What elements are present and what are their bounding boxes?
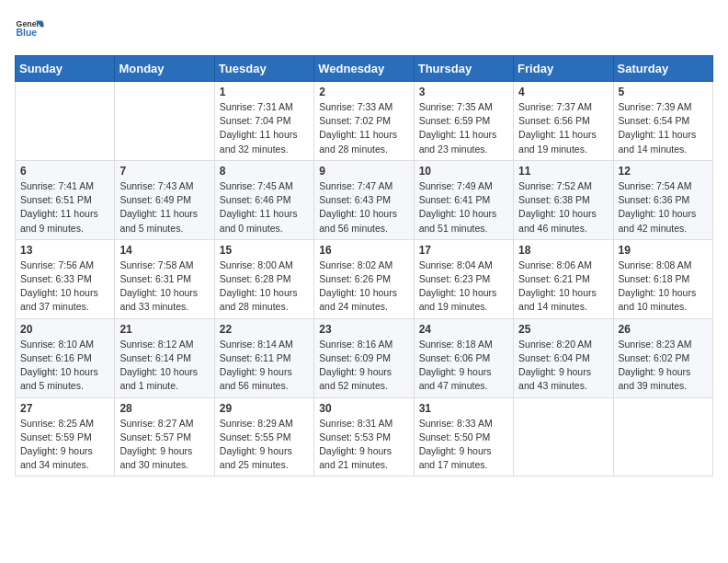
day-number: 12 <box>619 165 708 178</box>
cell-info: Sunrise: 8:04 AM Sunset: 6:23 PM Dayligh… <box>419 259 508 315</box>
day-number: 13 <box>20 244 109 257</box>
day-number: 16 <box>319 244 408 257</box>
calendar-cell: 28Sunrise: 8:27 AM Sunset: 5:57 PM Dayli… <box>115 397 214 477</box>
svg-text:Blue: Blue <box>17 28 38 38</box>
day-number: 28 <box>119 402 209 415</box>
calendar-cell: 4Sunrise: 7:37 AM Sunset: 6:56 PM Daylig… <box>514 82 613 161</box>
calendar-cell: 1Sunrise: 7:31 AM Sunset: 7:04 PM Daylig… <box>214 82 313 161</box>
cell-info: Sunrise: 7:52 AM Sunset: 6:38 PM Dayligh… <box>518 179 608 236</box>
day-number: 22 <box>220 323 309 336</box>
cell-info: Sunrise: 7:43 AM Sunset: 6:49 PM Dayligh… <box>119 179 209 236</box>
calendar-cell: 22Sunrise: 8:14 AM Sunset: 6:11 PM Dayli… <box>214 318 313 397</box>
calendar-cell <box>115 82 214 161</box>
day-number: 20 <box>20 323 109 336</box>
calendar-cell: 11Sunrise: 7:52 AM Sunset: 6:38 PM Dayli… <box>514 160 613 239</box>
calendar-cell: 20Sunrise: 8:10 AM Sunset: 6:16 PM Dayli… <box>16 318 115 397</box>
day-number: 17 <box>419 244 508 257</box>
calendar-cell: 21Sunrise: 8:12 AM Sunset: 6:14 PM Dayli… <box>115 318 214 397</box>
day-number: 5 <box>619 86 708 98</box>
calendar-cell: 16Sunrise: 8:02 AM Sunset: 6:26 PM Dayli… <box>314 239 414 318</box>
cell-info: Sunrise: 8:27 AM Sunset: 5:57 PM Dayligh… <box>119 417 209 473</box>
cell-info: Sunrise: 7:41 AM Sunset: 6:51 PM Dayligh… <box>20 179 109 236</box>
calendar-cell: 5Sunrise: 7:39 AM Sunset: 6:54 PM Daylig… <box>613 82 712 161</box>
cell-info: Sunrise: 7:33 AM Sunset: 7:02 PM Dayligh… <box>319 100 408 156</box>
calendar-cell: 3Sunrise: 7:35 AM Sunset: 6:59 PM Daylig… <box>414 82 513 161</box>
day-number: 25 <box>518 323 608 336</box>
calendar-cell: 26Sunrise: 8:23 AM Sunset: 6:02 PM Dayli… <box>613 318 712 397</box>
cell-info: Sunrise: 7:58 AM Sunset: 6:31 PM Dayligh… <box>119 259 209 315</box>
logo: General Blue <box>15 15 44 44</box>
cell-info: Sunrise: 7:54 AM Sunset: 6:36 PM Dayligh… <box>619 179 708 236</box>
cell-info: Sunrise: 7:45 AM Sunset: 6:46 PM Dayligh… <box>220 179 309 236</box>
cell-info: Sunrise: 7:31 AM Sunset: 7:04 PM Dayligh… <box>220 100 309 156</box>
calendar-cell: 13Sunrise: 7:56 AM Sunset: 6:33 PM Dayli… <box>16 239 115 318</box>
col-header-friday: Friday <box>514 56 613 82</box>
calendar-cell <box>16 82 115 161</box>
cell-info: Sunrise: 7:35 AM Sunset: 6:59 PM Dayligh… <box>419 100 508 156</box>
calendar-cell: 25Sunrise: 8:20 AM Sunset: 6:04 PM Dayli… <box>514 318 613 397</box>
day-number: 27 <box>20 402 109 415</box>
calendar-week-row: 6Sunrise: 7:41 AM Sunset: 6:51 PM Daylig… <box>16 160 713 239</box>
day-number: 23 <box>319 323 408 336</box>
cell-info: Sunrise: 7:49 AM Sunset: 6:41 PM Dayligh… <box>419 179 508 236</box>
day-number: 29 <box>220 402 309 415</box>
calendar-cell: 15Sunrise: 8:00 AM Sunset: 6:28 PM Dayli… <box>214 239 313 318</box>
cell-info: Sunrise: 8:25 AM Sunset: 5:59 PM Dayligh… <box>20 417 109 473</box>
calendar-header-row: SundayMondayTuesdayWednesdayThursdayFrid… <box>16 56 713 82</box>
col-header-monday: Monday <box>115 56 214 82</box>
col-header-saturday: Saturday <box>613 56 712 82</box>
day-number: 2 <box>319 86 408 98</box>
col-header-sunday: Sunday <box>16 56 115 82</box>
calendar-cell <box>613 397 712 477</box>
day-number: 31 <box>419 402 508 415</box>
cell-info: Sunrise: 8:12 AM Sunset: 6:14 PM Dayligh… <box>119 338 209 394</box>
cell-info: Sunrise: 7:56 AM Sunset: 6:33 PM Dayligh… <box>20 259 109 315</box>
cell-info: Sunrise: 8:16 AM Sunset: 6:09 PM Dayligh… <box>319 338 408 394</box>
day-number: 21 <box>119 323 209 336</box>
calendar-cell: 9Sunrise: 7:47 AM Sunset: 6:43 PM Daylig… <box>314 160 414 239</box>
day-number: 7 <box>119 165 209 178</box>
day-number: 30 <box>319 402 408 415</box>
calendar-week-row: 27Sunrise: 8:25 AM Sunset: 5:59 PM Dayli… <box>16 397 713 477</box>
col-header-wednesday: Wednesday <box>314 56 414 82</box>
day-number: 4 <box>518 86 608 98</box>
cell-info: Sunrise: 7:39 AM Sunset: 6:54 PM Dayligh… <box>619 100 708 156</box>
cell-info: Sunrise: 7:37 AM Sunset: 6:56 PM Dayligh… <box>518 100 608 156</box>
calendar-table: SundayMondayTuesdayWednesdayThursdayFrid… <box>15 55 713 477</box>
col-header-tuesday: Tuesday <box>214 56 313 82</box>
calendar-cell: 7Sunrise: 7:43 AM Sunset: 6:49 PM Daylig… <box>115 160 214 239</box>
logo-icon: General Blue <box>15 15 44 44</box>
day-number: 18 <box>518 244 608 257</box>
cell-info: Sunrise: 8:20 AM Sunset: 6:04 PM Dayligh… <box>518 338 608 394</box>
day-number: 19 <box>619 244 708 257</box>
day-number: 14 <box>119 244 209 257</box>
calendar-cell <box>514 397 613 477</box>
calendar-cell: 29Sunrise: 8:29 AM Sunset: 5:55 PM Dayli… <box>214 397 313 477</box>
calendar-cell: 23Sunrise: 8:16 AM Sunset: 6:09 PM Dayli… <box>314 318 414 397</box>
calendar-cell: 18Sunrise: 8:06 AM Sunset: 6:21 PM Dayli… <box>514 239 613 318</box>
day-number: 1 <box>220 86 309 98</box>
day-number: 8 <box>220 165 309 178</box>
cell-info: Sunrise: 8:06 AM Sunset: 6:21 PM Dayligh… <box>518 259 608 315</box>
cell-info: Sunrise: 8:02 AM Sunset: 6:26 PM Dayligh… <box>319 259 408 315</box>
cell-info: Sunrise: 8:14 AM Sunset: 6:11 PM Dayligh… <box>220 338 309 394</box>
calendar-cell: 24Sunrise: 8:18 AM Sunset: 6:06 PM Dayli… <box>414 318 513 397</box>
cell-info: Sunrise: 8:00 AM Sunset: 6:28 PM Dayligh… <box>220 259 309 315</box>
calendar-cell: 27Sunrise: 8:25 AM Sunset: 5:59 PM Dayli… <box>16 397 115 477</box>
calendar-cell: 12Sunrise: 7:54 AM Sunset: 6:36 PM Dayli… <box>613 160 712 239</box>
calendar-week-row: 20Sunrise: 8:10 AM Sunset: 6:16 PM Dayli… <box>16 318 713 397</box>
day-number: 6 <box>20 165 109 178</box>
cell-info: Sunrise: 8:33 AM Sunset: 5:50 PM Dayligh… <box>419 417 508 473</box>
day-number: 11 <box>518 165 608 178</box>
calendar-cell: 10Sunrise: 7:49 AM Sunset: 6:41 PM Dayli… <box>414 160 513 239</box>
cell-info: Sunrise: 8:31 AM Sunset: 5:53 PM Dayligh… <box>319 417 408 473</box>
cell-info: Sunrise: 7:47 AM Sunset: 6:43 PM Dayligh… <box>319 179 408 236</box>
calendar-cell: 19Sunrise: 8:08 AM Sunset: 6:18 PM Dayli… <box>613 239 712 318</box>
day-number: 24 <box>419 323 508 336</box>
day-number: 15 <box>220 244 309 257</box>
calendar-cell: 2Sunrise: 7:33 AM Sunset: 7:02 PM Daylig… <box>314 82 414 161</box>
cell-info: Sunrise: 8:10 AM Sunset: 6:16 PM Dayligh… <box>20 338 109 394</box>
calendar-cell: 31Sunrise: 8:33 AM Sunset: 5:50 PM Dayli… <box>414 397 513 477</box>
day-number: 9 <box>319 165 408 178</box>
calendar-cell: 8Sunrise: 7:45 AM Sunset: 6:46 PM Daylig… <box>214 160 313 239</box>
